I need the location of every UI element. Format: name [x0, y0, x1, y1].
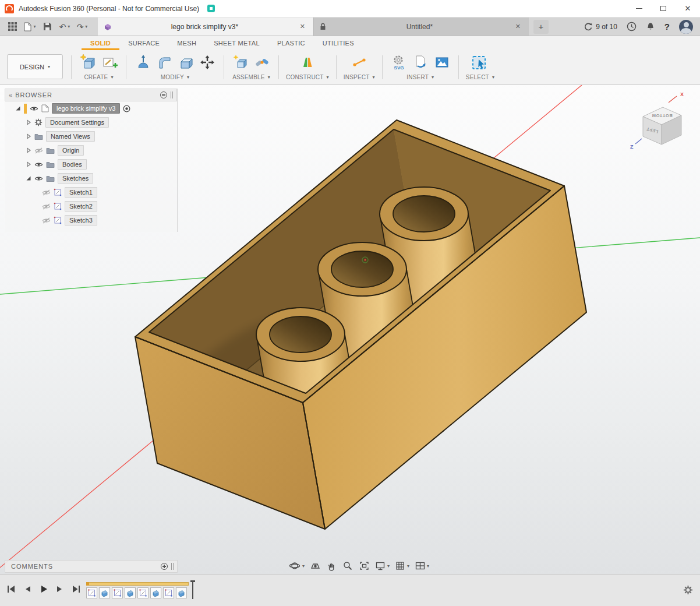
browser-row-sketches[interactable]: Sketches — [5, 171, 177, 185]
collapsed-arrow-icon[interactable] — [26, 161, 31, 167]
go-to-end-button[interactable] — [71, 584, 82, 594]
row-label[interactable]: Origin — [58, 145, 84, 156]
insert-svg-button[interactable]: SVG — [390, 53, 408, 72]
timeline-feature-sketch[interactable] — [163, 587, 174, 598]
shell-button[interactable] — [176, 53, 195, 72]
minimize-button[interactable] — [627, 0, 651, 17]
timeline-feature-sketch[interactable] — [137, 587, 149, 598]
fillet-button[interactable] — [155, 53, 174, 72]
collapse-panel-icon[interactable]: « — [9, 91, 13, 98]
job-status-button[interactable] — [627, 22, 637, 31]
visibility-off-eye-icon[interactable] — [34, 147, 43, 154]
browser-row-document-settings[interactable]: Document Settings — [5, 115, 177, 129]
tab-utilities[interactable]: UTILITIES — [314, 38, 363, 50]
doc-tab-active[interactable]: lego brick simplify v3* ✕ — [98, 17, 313, 36]
browser-row-origin[interactable]: Origin — [5, 143, 177, 157]
minimize-panel-icon[interactable] — [160, 91, 167, 98]
user-avatar[interactable] — [679, 20, 693, 34]
file-menu-button[interactable]: ▾ — [21, 19, 38, 34]
workspace-selector[interactable]: DESIGN▾ — [7, 54, 63, 79]
undo-button[interactable]: ↶▾ — [56, 19, 73, 34]
row-label[interactable]: Bodies — [58, 159, 87, 170]
row-label[interactable]: Sketches — [58, 173, 93, 184]
viewports-button[interactable]: ▾ — [413, 559, 431, 572]
timeline-progress-bar[interactable] — [86, 582, 189, 586]
tab-close-icon[interactable]: ✕ — [513, 22, 523, 31]
visibility-eye-icon[interactable] — [34, 175, 43, 182]
timeline-feature-extrude[interactable] — [150, 587, 161, 598]
pan-button[interactable] — [324, 559, 339, 572]
close-button[interactable]: ✕ — [676, 0, 700, 17]
panel-grip-icon[interactable] — [171, 563, 174, 570]
visibility-eye-icon[interactable] — [34, 161, 43, 168]
look-at-button[interactable] — [308, 559, 323, 572]
expanded-arrow-icon[interactable] — [15, 105, 21, 111]
go-to-start-button[interactable] — [6, 584, 16, 594]
new-component-button[interactable] — [231, 53, 250, 72]
root-node-label[interactable]: lego brick simplify v3 — [52, 103, 120, 114]
new-tab-button[interactable]: + — [533, 20, 549, 34]
browser-row-named-views[interactable]: Named Views — [5, 129, 177, 143]
insert-canvas-button[interactable] — [433, 53, 451, 72]
group-label-construct[interactable]: CONSTRUCT▾ — [286, 73, 329, 83]
visibility-off-eye-icon[interactable] — [42, 189, 51, 196]
tab-solid[interactable]: SOLID — [82, 38, 119, 50]
create-form-button[interactable] — [79, 53, 97, 72]
tab-mesh[interactable]: MESH — [168, 38, 205, 50]
comments-header[interactable]: COMMENTS — [5, 560, 178, 573]
row-label[interactable]: Named Views — [46, 131, 95, 142]
timeline-position-marker[interactable] — [192, 580, 193, 599]
group-label-create[interactable]: CREATE▾ — [84, 73, 113, 83]
press-pull-button[interactable] — [133, 53, 152, 72]
timeline-feature-sketch[interactable] — [86, 587, 97, 598]
row-label[interactable]: Sketch2 — [65, 201, 97, 212]
display-settings-button[interactable]: ▾ — [373, 559, 391, 572]
browser-row-sketch2[interactable]: Sketch2 — [5, 199, 177, 213]
group-label-select[interactable]: SELECT▾ — [466, 73, 494, 83]
collapsed-arrow-icon[interactable] — [26, 147, 31, 153]
row-label[interactable]: Document Settings — [45, 117, 109, 128]
save-counter[interactable]: 9 of 10 — [584, 22, 617, 31]
row-label[interactable]: Sketch3 — [65, 215, 97, 226]
save-button[interactable] — [38, 19, 56, 34]
collapsed-arrow-icon[interactable] — [26, 133, 31, 139]
doc-tab-inactive[interactable]: Untitled* ✕ — [313, 17, 529, 36]
brick-model[interactable] — [124, 120, 586, 529]
measure-button[interactable] — [350, 53, 369, 72]
maximize-button[interactable] — [651, 0, 676, 17]
timeline-feature-extrude[interactable] — [125, 587, 136, 598]
group-label-inspect[interactable]: INSPECT▾ — [344, 73, 375, 83]
data-panel-button[interactable] — [3, 19, 21, 34]
select-button[interactable] — [470, 53, 490, 72]
notifications-button[interactable] — [646, 22, 655, 31]
collapsed-arrow-icon[interactable] — [26, 119, 31, 125]
zoom-button[interactable] — [341, 559, 355, 572]
timeline-feature-extrude[interactable] — [99, 587, 110, 598]
tab-close-icon[interactable]: ✕ — [298, 22, 307, 31]
expand-panel-icon[interactable] — [161, 563, 168, 570]
row-label[interactable]: Sketch1 — [65, 187, 97, 198]
group-label-assemble[interactable]: ASSEMBLE▾ — [232, 73, 270, 83]
timeline-feature-extrude[interactable] — [176, 587, 187, 598]
viewcube-bottom-label[interactable]: BOTTOM — [652, 113, 672, 118]
group-label-insert[interactable]: INSERT▾ — [406, 73, 434, 83]
tab-surface[interactable]: SURFACE — [119, 38, 168, 50]
viewport[interactable]: BOTTOM LEFT X Z « BROWSER lego bric — [0, 85, 700, 574]
browser-row-bodies[interactable]: Bodies — [5, 157, 177, 171]
redo-button[interactable]: ↷▾ — [73, 19, 91, 34]
construct-plane-button[interactable] — [298, 53, 317, 72]
group-label-modify[interactable]: MODIFY▾ — [161, 73, 189, 83]
panel-grip-icon[interactable] — [171, 91, 173, 98]
create-sketch-button[interactable] — [100, 53, 119, 72]
orbit-button[interactable]: ▾ — [288, 559, 306, 572]
activate-radio-icon[interactable] — [123, 105, 130, 112]
grid-snaps-button[interactable]: ▾ — [393, 559, 411, 572]
play-button[interactable] — [39, 584, 48, 594]
fit-button[interactable] — [357, 559, 372, 572]
visibility-off-eye-icon[interactable] — [42, 203, 51, 210]
joint-button[interactable] — [253, 53, 271, 72]
move-copy-button[interactable] — [198, 53, 217, 72]
tab-sheet-metal[interactable]: SHEET METAL — [205, 38, 268, 50]
viewcube[interactable]: BOTTOM LEFT X Z — [630, 91, 684, 150]
insert-derive-button[interactable] — [411, 53, 430, 72]
